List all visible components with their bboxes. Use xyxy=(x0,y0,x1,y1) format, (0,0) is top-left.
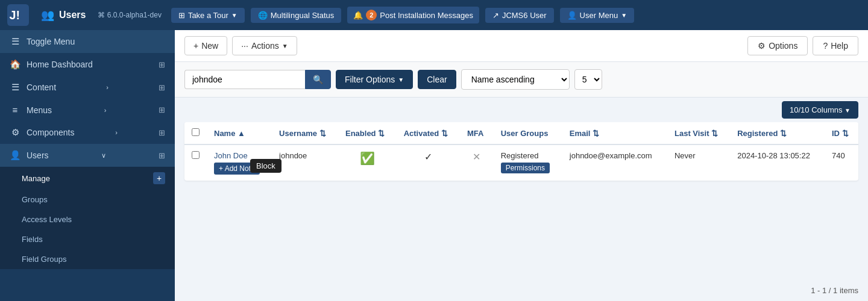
grid-icon: ⊞ xyxy=(159,60,165,69)
enabled-cell: ✅ xyxy=(338,144,397,181)
toolbar: + New ··· Actions ▼ ⚙ Options ? Help xyxy=(175,30,868,62)
sidebar-item-users[interactable]: 👤 Users ∨ ⊞ xyxy=(0,144,175,167)
select-all-cell[interactable] xyxy=(184,122,207,144)
content-icon: ☰ xyxy=(10,82,20,93)
options-button[interactable]: ⚙ Options xyxy=(747,36,808,55)
help-button[interactable]: ? Help xyxy=(813,36,858,55)
sidebar-item-components[interactable]: ⚙ Components › ⊞ xyxy=(0,121,175,144)
name-cell: John Doe + Add Note Block xyxy=(207,144,272,181)
take-tour-button[interactable]: ⊞ Take a Tour ▼ xyxy=(171,8,245,23)
username-cell: johndoe xyxy=(272,144,338,181)
per-page-select[interactable]: 5 xyxy=(574,69,602,90)
th-user-groups: User Groups xyxy=(494,122,562,144)
clear-button[interactable]: Clear xyxy=(418,70,456,89)
page-title: 👥 Users xyxy=(41,8,86,22)
row-checkbox-cell[interactable] xyxy=(184,144,207,181)
sidebar: ☰ Toggle Menu 🏠 Home Dashboard ⊞ ☰ Conte… xyxy=(0,30,175,301)
select-all-checkbox[interactable] xyxy=(192,128,200,136)
th-username[interactable]: Username ⇅ xyxy=(272,122,338,144)
activated-check-icon: ✓ xyxy=(424,152,432,162)
dots-icon: ··· xyxy=(241,41,248,51)
th-id[interactable]: ID ⇅ xyxy=(825,122,858,144)
topbar: J! 👥 Users ⌘ 6.0.0-alpha1-dev ⊞ Take a T… xyxy=(0,0,868,30)
new-button[interactable]: + New xyxy=(184,36,227,55)
mfa-cross-icon: ✕ xyxy=(473,152,480,162)
main-content: + New ··· Actions ▼ ⚙ Options ? Help xyxy=(175,30,868,301)
toggle-menu-item[interactable]: ☰ Toggle Menu xyxy=(0,30,175,53)
last-visit-cell: Never xyxy=(667,144,730,181)
sidebar-item-fields[interactable]: Fields xyxy=(0,229,175,249)
toggle-icon: ☰ xyxy=(10,36,20,47)
enabled-check-icon: ✅ xyxy=(360,152,375,165)
th-enabled[interactable]: Enabled ⇅ xyxy=(338,122,397,144)
bell-icon: 🔔 xyxy=(353,11,363,20)
user-menu-button[interactable]: 👤 User Menu ▼ xyxy=(560,8,634,23)
grid-icon: ⊞ xyxy=(159,105,165,114)
grid-icon: ⊞ xyxy=(159,151,165,160)
th-mfa: MFA xyxy=(460,122,494,144)
pagination: 1 - 1 / 1 items xyxy=(175,280,868,301)
filter-options-button[interactable]: Filter Options ▼ xyxy=(336,70,413,89)
row-checkbox[interactable] xyxy=(192,151,200,159)
grid-icon: ⊞ xyxy=(159,83,165,92)
sidebar-item-home[interactable]: 🏠 Home Dashboard ⊞ xyxy=(0,53,175,76)
columns-row: 10/10 Columns ▼ xyxy=(175,98,868,122)
sidebar-item-menus[interactable]: ≡ Menus › ⊞ xyxy=(0,99,175,121)
table-wrap: Name ▲ Username ⇅ Enabled ⇅ Activated ⇅ … xyxy=(175,122,868,280)
plus-icon: + xyxy=(193,41,198,51)
notification-badge: 2 xyxy=(366,10,377,20)
search-input[interactable] xyxy=(184,70,305,89)
mfa-cell: ✕ xyxy=(460,144,494,181)
user-groups-cell: Registered Permissions xyxy=(494,144,562,181)
chevron-right-icon: › xyxy=(115,129,118,136)
home-icon: 🏠 xyxy=(10,59,20,70)
app-logo[interactable]: J! xyxy=(7,4,29,26)
chevron-right-icon: › xyxy=(104,107,107,114)
users-submenu: Manage + Groups Access Levels Fields Fie… xyxy=(0,167,175,269)
permissions-badge[interactable]: Permissions xyxy=(501,163,550,173)
registered-cell: 2024-10-28 13:05:22 xyxy=(730,144,825,181)
chevron-down-icon: ▼ xyxy=(398,76,404,83)
components-icon: ⚙ xyxy=(10,127,20,138)
sidebar-item-manage[interactable]: Manage + xyxy=(0,167,175,190)
sidebar-item-access-levels[interactable]: Access Levels xyxy=(0,209,175,229)
th-last-visit[interactable]: Last Visit ⇅ xyxy=(667,122,730,144)
version-label: ⌘ 6.0.0-alpha1-dev xyxy=(98,11,161,19)
users-table: Name ▲ Username ⇅ Enabled ⇅ Activated ⇅ … xyxy=(184,122,858,181)
notifications-button[interactable]: 🔔 2 Post Installation Messages xyxy=(347,7,479,23)
sidebar-item-groups[interactable]: Groups xyxy=(0,190,175,209)
th-name[interactable]: Name ▲ xyxy=(207,122,272,144)
block-tooltip: Block xyxy=(250,159,281,173)
th-registered[interactable]: Registered ⇅ xyxy=(730,122,825,144)
chevron-down-icon: ▼ xyxy=(282,43,288,49)
multilingual-button[interactable]: 🌐 Multilingual Status xyxy=(251,8,342,23)
jcms-user-button[interactable]: ↗ JCMS6 User xyxy=(485,8,554,23)
question-icon: ? xyxy=(823,41,828,51)
sidebar-item-field-groups[interactable]: Field Groups xyxy=(0,249,175,269)
columns-button[interactable]: 10/10 Columns ▼ xyxy=(782,101,858,119)
actions-button[interactable]: ··· Actions ▼ xyxy=(232,36,297,55)
toolbar-right: ⚙ Options ? Help xyxy=(747,36,858,55)
chevron-right-icon: › xyxy=(106,84,108,91)
search-icon: 🔍 xyxy=(313,75,323,84)
chevron-down-icon: ∨ xyxy=(101,152,106,160)
layout: ☰ Toggle Menu 🏠 Home Dashboard ⊞ ☰ Conte… xyxy=(0,30,868,301)
table-row: John Doe + Add Note Block xyxy=(184,144,858,181)
users-icon: 👤 xyxy=(10,150,20,161)
th-activated[interactable]: Activated ⇅ xyxy=(397,122,460,144)
chevron-down-icon: ▼ xyxy=(231,12,237,19)
add-manage-button[interactable]: + xyxy=(153,172,165,184)
external-link-icon: ↗ xyxy=(492,11,499,20)
email-cell: johndoe@example.com xyxy=(562,144,667,181)
sort-select[interactable]: Name ascending xyxy=(461,69,570,90)
gear-icon: ⚙ xyxy=(758,41,766,51)
id-cell: 740 xyxy=(825,144,858,181)
sidebar-item-content[interactable]: ☰ Content › ⊞ xyxy=(0,76,175,99)
search-wrap: 🔍 xyxy=(184,70,331,89)
chevron-down-icon: ▼ xyxy=(621,12,627,19)
chevron-down-icon: ▼ xyxy=(844,107,851,114)
user-icon: 👤 xyxy=(567,11,577,20)
activated-cell: ✓ xyxy=(397,144,460,181)
search-button[interactable]: 🔍 xyxy=(305,70,331,89)
th-email[interactable]: Email ⇅ xyxy=(562,122,667,144)
